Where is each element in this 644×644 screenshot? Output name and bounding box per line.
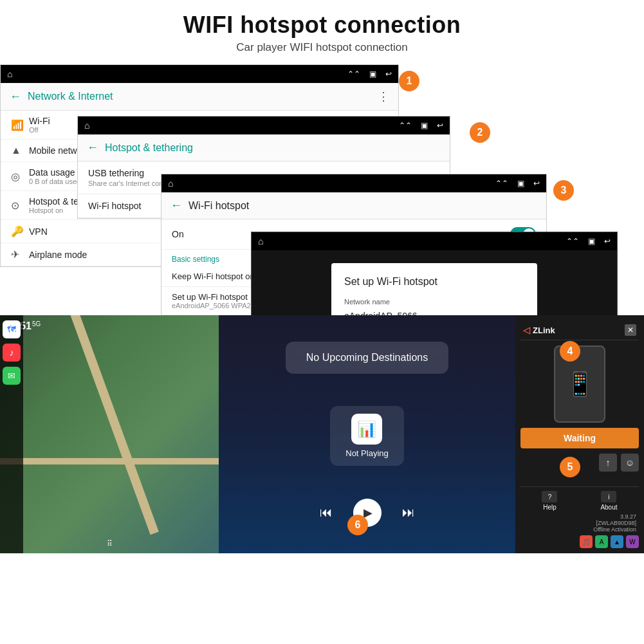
back-icon: ↩ xyxy=(385,69,392,78)
nav-icons-2: ⌃⌃ ▣ ↩ xyxy=(399,121,443,130)
no-dest-text: No Upcoming Destinations xyxy=(306,352,428,363)
hotspot-icon: ⊙ xyxy=(11,199,29,212)
about-button[interactable]: i About xyxy=(600,491,617,511)
footer-app-icons: 🎵 A ▲ W xyxy=(520,535,639,548)
nav-icons-1: ⌃⌃ ▣ ↩ xyxy=(347,69,392,78)
status-bar-3: ⌂ ⌃⌃ ▣ ↩ xyxy=(161,174,546,192)
android-auto-icon[interactable]: A xyxy=(595,535,608,548)
window-icon: ▣ xyxy=(369,69,376,78)
zlink-logo-icon: ◁ xyxy=(523,325,530,335)
version-text: 3.9.27[ZWLAB90D98]Offline Activation xyxy=(520,513,639,533)
home-icon-3: ⌂ xyxy=(168,178,173,189)
hotspot-title: Hotspot & tethering xyxy=(105,142,441,154)
map-dots: ⠿ xyxy=(0,539,219,548)
step-badge-3: 3 xyxy=(553,180,574,201)
home-icon: ⌂ xyxy=(7,69,12,79)
back-arrow-icon[interactable]: ← xyxy=(10,90,21,104)
expand-icon-4: ⌃⌃ xyxy=(566,237,579,246)
window-icon-3: ▣ xyxy=(517,179,524,188)
carplay-map: 08:51 5G 🗺 ♪ ✉ ⠿ xyxy=(0,315,219,553)
expand-icon-2: ⌃⌃ xyxy=(399,121,412,130)
not-playing-card: 📊 Not Playing xyxy=(330,406,403,466)
wh-toolbar: ← Wi-Fi hotspot xyxy=(161,192,546,219)
step-badge-1: 1 xyxy=(399,71,419,91)
carplay-icon[interactable]: 🎵 xyxy=(580,535,593,548)
status-bar-4: ⌂ ⌃⌃ ▣ ↩ xyxy=(252,232,617,250)
map-background: 08:51 5G 🗺 ♪ ✉ ⠿ xyxy=(0,315,219,553)
footer-buttons: ? Help i About xyxy=(520,491,639,511)
status-bar-2: ⌂ ⌃⌃ ▣ ↩ xyxy=(78,116,450,134)
music-icon-box: 📊 xyxy=(351,414,382,445)
status-bar-1: ⌂ ⌃⌃ ▣ ↩ xyxy=(1,65,398,83)
window-icon-2: ▣ xyxy=(421,121,428,130)
vpn-icon: 🔑 xyxy=(11,225,29,237)
home-icon-2: ⌂ xyxy=(84,120,89,131)
network-name-label: Network name xyxy=(344,298,524,306)
more-icon[interactable]: ⋮ xyxy=(378,89,389,104)
about-icon: i xyxy=(601,491,616,502)
back-icon-4: ↩ xyxy=(604,237,611,246)
no-destinations-card: No Upcoming Destinations xyxy=(286,342,448,374)
map-road-1 xyxy=(69,315,159,535)
page-title: WIFI hotspot connection xyxy=(13,12,631,39)
network-title: Network & Internet xyxy=(28,91,371,102)
home-icon-4: ⌂ xyxy=(258,236,263,246)
back-arrow-2[interactable]: ← xyxy=(87,141,98,154)
step-badge-2: 2 xyxy=(470,122,490,143)
emoji-button[interactable]: ☺ xyxy=(621,454,639,472)
step-badge-5: 5 xyxy=(560,457,580,477)
arrow-up-button[interactable]: ↑ xyxy=(599,454,617,472)
nav-icons-4: ⌃⌃ ▣ ↩ xyxy=(566,237,611,246)
music-icon: 📊 xyxy=(357,420,376,438)
help-icon: ? xyxy=(542,491,557,502)
close-button[interactable]: ✕ xyxy=(625,324,636,336)
zlink-name: ZLink xyxy=(533,326,555,335)
zlink-footer: ? Help i About 3.9.27[ZWLAB90D98]Offline… xyxy=(520,486,639,548)
step-badge-6: 6 xyxy=(347,515,368,535)
waze-icon[interactable]: W xyxy=(626,535,639,548)
mobile-icon: ▲ xyxy=(11,145,29,156)
maps-app-icon[interactable]: 🗺 xyxy=(3,320,21,338)
rewind-button[interactable]: ⏮ xyxy=(320,505,333,520)
about-label: About xyxy=(600,504,617,511)
carplay-center: No Upcoming Destinations 📊 Not Playing ⏮… xyxy=(219,315,515,553)
forward-button[interactable]: ⏭ xyxy=(402,505,415,520)
dots-icon[interactable]: ⠿ xyxy=(107,539,113,548)
page-subtitle: Car player WIFI hotspot connection xyxy=(13,41,631,54)
wifi-icon: 📶 xyxy=(11,119,29,131)
nav-icons-3: ⌃⌃ ▣ ↩ xyxy=(495,179,540,188)
carplay-app-sidebar: 🗺 ♪ ✉ xyxy=(0,315,23,553)
back-icon-2: ↩ xyxy=(437,121,443,130)
step-badge-4: 4 xyxy=(560,341,580,362)
back-icon-3: ↩ xyxy=(533,179,540,188)
hotspot-on-label: On xyxy=(172,229,184,239)
zlink-header: ◁ ZLink ✕ xyxy=(520,320,639,340)
map-signal: 5G xyxy=(32,320,41,327)
music-app-icon[interactable]: ♪ xyxy=(3,344,21,362)
messages-app-icon[interactable]: ✉ xyxy=(3,367,21,385)
window-icon-4: ▣ xyxy=(588,237,595,246)
screenshots-area: 1 ⌂ ⌃⌃ ▣ ↩ ← Network & Internet ⋮ 📶 Wi-F… xyxy=(0,64,644,618)
help-button[interactable]: ? Help xyxy=(542,491,557,511)
screen-carplay: 08:51 5G 🗺 ♪ ✉ ⠿ No Upcoming Destination… xyxy=(0,315,644,553)
phone-icon: 📱 xyxy=(566,371,594,398)
data-icon: ◎ xyxy=(11,170,29,183)
nav-icon[interactable]: ▲ xyxy=(611,535,623,548)
wh-title: Wi-Fi hotspot xyxy=(189,200,249,212)
waiting-button[interactable]: Waiting xyxy=(520,428,639,448)
expand-icon-3: ⌃⌃ xyxy=(495,179,508,188)
airplane-icon: ✈ xyxy=(11,248,29,261)
dialog-title: Set up Wi-Fi hotspot xyxy=(344,276,524,288)
not-playing-text: Not Playing xyxy=(345,448,388,458)
map-road-2 xyxy=(0,458,219,465)
hotspot-toolbar: ← Hotspot & tethering xyxy=(78,134,450,161)
expand-icon: ⌃⌃ xyxy=(347,69,360,78)
header-section: WIFI hotspot connection Car player WIFI … xyxy=(0,0,644,59)
help-label: Help xyxy=(543,504,557,511)
back-arrow-3[interactable]: ← xyxy=(170,199,182,212)
network-toolbar: ← Network & Internet ⋮ xyxy=(1,83,398,111)
